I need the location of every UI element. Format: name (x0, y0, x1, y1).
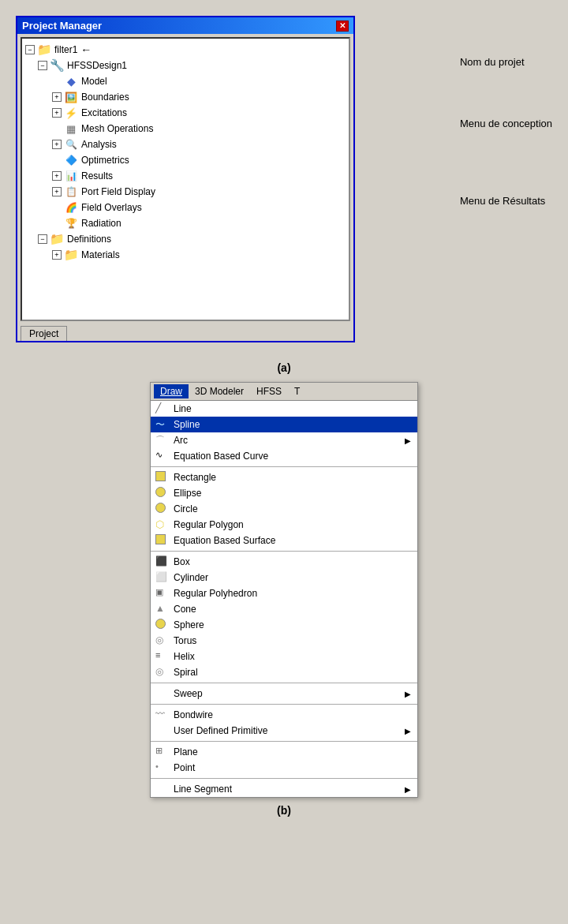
sweep-label: Sweep (174, 688, 405, 699)
menu-item-rectangle[interactable]: Rectangle (151, 469, 417, 485)
menu-item-box[interactable]: ⬛ Box (151, 554, 417, 570)
materials-item[interactable]: + 📁 Materials (52, 247, 346, 263)
menu-bar-draw[interactable]: Draw (154, 384, 189, 398)
menu-item-cone[interactable]: ▲ Cone (151, 601, 417, 617)
fieldoverlays-item[interactable]: 🌈 Field Overlays (52, 200, 346, 215)
pm-close-button[interactable]: ✕ (336, 21, 349, 32)
expand-materials[interactable]: + (52, 250, 62, 260)
caption-a: (a) (277, 361, 290, 374)
menu-item-polygon[interactable]: ⬡ Regular Polygon (151, 517, 417, 533)
polygon-label: Regular Polygon (174, 519, 411, 530)
expand-definitions[interactable]: − (38, 234, 47, 244)
arc-icon: ⌒ (155, 434, 170, 447)
menu-item-sweep[interactable]: Sweep ▶ (151, 686, 417, 701)
menu-item-polyhedron[interactable]: ▣ Regular Polyhedron (151, 585, 417, 601)
project-tab[interactable]: Project (21, 326, 67, 341)
results-label: Results (81, 170, 113, 181)
analysis-label: Analysis (81, 139, 117, 150)
boundaries-item[interactable]: + 🖼️ Boundaries (52, 89, 346, 105)
menu-item-userprim[interactable]: User Defined Primitive ▶ (151, 723, 417, 739)
menu-item-plane[interactable]: ⊞ Plane (151, 744, 417, 760)
mesh-operations-item[interactable]: ▦ Mesh Operations (52, 121, 346, 137)
divider-3 (151, 683, 417, 683)
menu-item-point[interactable]: • Point (151, 760, 417, 776)
expand-portfield[interactable]: + (52, 187, 62, 196)
excitations-icon: ⚡ (64, 106, 78, 120)
expand-results[interactable]: + (52, 171, 62, 181)
definitions-children: + 📁 Materials (38, 247, 346, 263)
pm-title: Project Manager (22, 20, 102, 32)
helix-label: Helix (174, 651, 411, 662)
menu-item-bondwire[interactable]: 〰 Bondwire (151, 707, 417, 723)
menu-item-spiral[interactable]: ◎ Spiral (151, 664, 417, 680)
tree-root[interactable]: − 📁 filter1 ← (25, 42, 346, 58)
draw-menu: Draw 3D Modeler HFSS T ╱ Line 〜 Spline ⌒… (150, 382, 418, 798)
menu-item-circle[interactable]: Circle (151, 501, 417, 517)
ellipse-icon (155, 487, 170, 499)
model-label: Model (81, 76, 107, 87)
optimetrics-label: Optimetrics (81, 155, 129, 166)
radiation-icon: 🏆 (64, 216, 78, 230)
optimetrics-item[interactable]: 🔷 Optimetrics (52, 152, 346, 168)
hfss-icon: 🔧 (50, 58, 64, 73)
box-icon: ⬛ (155, 556, 170, 568)
cone-label: Cone (174, 604, 411, 615)
annotations-panel: Nom du projet Menu de conception Menu de… (460, 16, 552, 209)
expand-hfssdesign1[interactable]: − (38, 61, 47, 70)
filter1-label: filter1 (54, 44, 77, 55)
lineseg-icon (155, 783, 170, 795)
definitions-item[interactable]: − 📁 Definitions (38, 231, 346, 247)
menu-item-helix[interactable]: ≡ Helix (151, 649, 417, 664)
pm-tabs: Project (17, 324, 353, 341)
menu-conception-annotation: Menu de conception (460, 117, 552, 131)
hfssdesign-group: − 🔧 HFSSDesign1 ◆ Model + (25, 58, 346, 231)
cylinder-icon: ⬜ (155, 571, 170, 584)
fieldoverlays-icon: 🌈 (64, 200, 78, 215)
project-manager: Project Manager ✕ − 📁 filter1 ← − 🔧 HFSS… (16, 16, 355, 342)
menu-bar-hfss[interactable]: HFSS (250, 384, 288, 398)
expand-analysis[interactable]: + (52, 140, 62, 149)
menu-item-torus[interactable]: ◎ Torus (151, 633, 417, 649)
spline-icon: 〜 (155, 418, 170, 431)
radiation-label: Radiation (81, 218, 121, 229)
menu-bar-t[interactable]: T (288, 384, 306, 398)
userprim-arrow: ▶ (405, 727, 411, 735)
userprim-label: User Defined Primitive (174, 725, 405, 736)
expand-boundaries[interactable]: + (52, 92, 62, 102)
materials-label: Materials (81, 249, 120, 260)
menu-item-ellipse[interactable]: Ellipse (151, 485, 417, 501)
divider-2 (151, 551, 417, 552)
circle-icon (155, 503, 170, 515)
circle-label: Circle (174, 503, 411, 514)
caption-b: (b) (277, 804, 291, 817)
hfssdesign1-item[interactable]: − 🔧 HFSSDesign1 (38, 58, 346, 73)
pm-titlebar: Project Manager ✕ (17, 17, 353, 34)
menu-item-lineseg[interactable]: Line Segment ▶ (151, 781, 417, 797)
mesh-icon: ▦ (64, 122, 78, 136)
box-label: Box (174, 556, 411, 567)
rectangle-icon (155, 471, 170, 484)
analysis-item[interactable]: + 🔍 Analysis (52, 137, 346, 152)
ellipse-label: Ellipse (174, 488, 411, 499)
results-item[interactable]: + 📊 Results (52, 168, 346, 184)
boundaries-icon: 🖼️ (64, 90, 78, 104)
menu-item-eqsurface[interactable]: Equation Based Surface (151, 533, 417, 548)
portfield-item[interactable]: + 📋 Port Field Display (52, 184, 346, 200)
menu-bar-3dmodeler[interactable]: 3D Modeler (189, 384, 250, 398)
hfssdesign-children: ◆ Model + 🖼️ Boundaries + ⚡ (38, 73, 346, 231)
menu-item-sphere[interactable]: Sphere (151, 617, 417, 633)
menu-item-cylinder[interactable]: ⬜ Cylinder (151, 570, 417, 585)
menu-item-eqcurve[interactable]: ∿ Equation Based Curve (151, 448, 417, 464)
arc-label: Arc (174, 435, 405, 446)
model-item[interactable]: ◆ Model (52, 73, 346, 89)
menu-item-spline[interactable]: 〜 Spline (151, 417, 417, 432)
excitations-item[interactable]: + ⚡ Excitations (52, 105, 346, 121)
line-icon: ╱ (155, 402, 170, 415)
nom-projet-annotation: Nom du projet (460, 55, 552, 69)
radiation-item[interactable]: 🏆 Radiation (52, 215, 346, 231)
fieldoverlays-label: Field Overlays (81, 202, 142, 213)
menu-item-arc[interactable]: ⌒ Arc ▶ (151, 432, 417, 448)
expand-excitations[interactable]: + (52, 108, 62, 118)
expand-filter1[interactable]: − (25, 45, 35, 54)
menu-item-line[interactable]: ╱ Line (151, 401, 417, 417)
